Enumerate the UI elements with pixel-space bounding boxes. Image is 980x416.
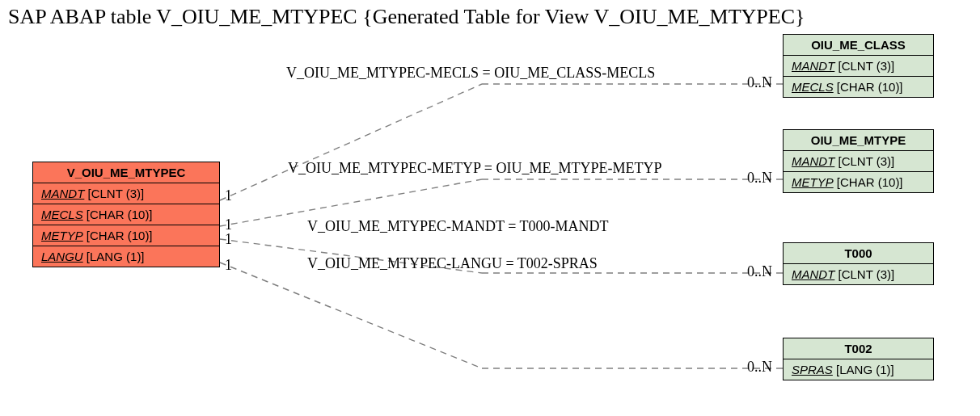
- cardinality-right: 0..N: [747, 359, 772, 376]
- cardinality-left: 1: [225, 231, 232, 248]
- entity-t002: T002 SPRAS [LANG (1)]: [783, 338, 934, 380]
- relation-label: V_OIU_ME_MTYPEC-MECLS = OIU_ME_CLASS-MEC…: [286, 65, 655, 82]
- relation-label: V_OIU_ME_MTYPEC-METYP = OIU_ME_MTYPE-MET…: [288, 160, 661, 177]
- entity-field: MANDT [CLNT (3)]: [784, 151, 933, 172]
- entity-source-field: LANGU [LANG (1)]: [33, 246, 219, 267]
- entity-field: MANDT [CLNT (3)]: [784, 264, 933, 284]
- entity-header: OIU_ME_CLASS: [784, 35, 933, 56]
- entity-oiu-me-class: OIU_ME_CLASS MANDT [CLNT (3)] MECLS [CHA…: [783, 34, 934, 98]
- entity-header: OIU_ME_MTYPE: [784, 130, 933, 151]
- cardinality-left: 1: [225, 257, 232, 274]
- cardinality-right: 0..N: [747, 170, 772, 187]
- cardinality-right: 0..N: [747, 263, 772, 280]
- relation-label: V_OIU_ME_MTYPEC-LANGU = T002-SPRAS: [307, 255, 598, 272]
- svg-line-6: [220, 263, 482, 368]
- entity-source: V_OIU_ME_MTYPEC MANDT [CLNT (3)] MECLS […: [32, 162, 220, 267]
- entity-oiu-me-mtype: OIU_ME_MTYPE MANDT [CLNT (3)] METYP [CHA…: [783, 129, 934, 193]
- entity-field: MANDT [CLNT (3)]: [784, 56, 933, 77]
- entity-source-field: METYP [CHAR (10)]: [33, 225, 219, 246]
- cardinality-right: 0..N: [747, 74, 772, 91]
- entity-field: SPRAS [LANG (1)]: [784, 359, 933, 380]
- page-title: SAP ABAP table V_OIU_ME_MTYPEC {Generate…: [8, 5, 805, 29]
- svg-line-0: [220, 84, 482, 200]
- entity-field: METYP [CHAR (10)]: [784, 172, 933, 192]
- relation-label: V_OIU_ME_MTYPEC-MANDT = T000-MANDT: [307, 218, 608, 235]
- diagram-canvas: SAP ABAP table V_OIU_ME_MTYPEC {Generate…: [0, 0, 980, 416]
- entity-field: MECLS [CHAR (10)]: [784, 77, 933, 97]
- cardinality-left: 1: [225, 187, 232, 204]
- entity-t000: T000 MANDT [CLNT (3)]: [783, 242, 934, 285]
- entity-source-header: V_OIU_ME_MTYPEC: [33, 162, 219, 183]
- entity-source-field: MECLS [CHAR (10)]: [33, 204, 219, 225]
- entity-source-field: MANDT [CLNT (3)]: [33, 183, 219, 204]
- entity-header: T002: [784, 338, 933, 359]
- entity-header: T000: [784, 243, 933, 264]
